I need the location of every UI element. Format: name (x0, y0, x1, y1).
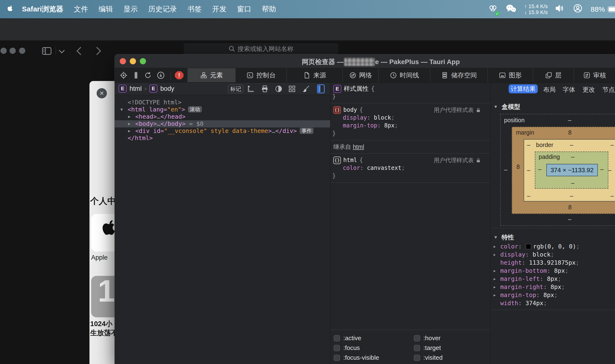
safari-zoom-button[interactable] (19, 48, 25, 54)
inspector-tab-storage[interactable]: 储存空间 (430, 68, 488, 82)
menu-item[interactable]: 书签 (187, 4, 202, 14)
tab-font[interactable]: 字体 (563, 86, 575, 94)
css-property[interactable]: display: block; (330, 114, 490, 122)
bm-position-top[interactable]: – (568, 117, 571, 124)
reload-icon[interactable] (144, 71, 152, 80)
mark-button[interactable]: 标记 (228, 85, 243, 93)
tab-computed[interactable]: 计算结果 (509, 84, 538, 93)
disclosure-right-icon[interactable]: ▶ (494, 243, 496, 251)
wechat-icon[interactable] (506, 4, 516, 14)
bm-padding-top[interactable]: – (571, 153, 574, 160)
contrast-icon[interactable] (275, 85, 283, 94)
disclosure-right-icon[interactable]: ▶ (494, 275, 496, 283)
color-swatch[interactable] (526, 244, 531, 249)
details-sidebar-toggle[interactable] (317, 84, 325, 93)
user-account-icon[interactable] (573, 4, 583, 15)
bm-position-left[interactable]: – (504, 166, 507, 173)
menu-item[interactable]: 开发 (212, 4, 226, 14)
page-close-button[interactable]: ✕ (97, 88, 107, 98)
inspector-tab-layers[interactable]: 层 (533, 68, 574, 82)
disclosure-down-icon[interactable]: ▼ (121, 106, 123, 113)
bm-border-left[interactable]: – (527, 167, 530, 174)
css-property[interactable]: margin-top: 8px; (330, 122, 490, 130)
network-speed-indicator[interactable]: ↑ 15.4 K/s ↓ 15.9 K/s (524, 3, 548, 15)
checkbox[interactable] (334, 335, 340, 341)
properties-section-header[interactable]: ▼ 特性 (494, 233, 514, 242)
back-button[interactable] (75, 46, 83, 57)
bm-border-top[interactable]: – (570, 142, 573, 148)
bm-border-bottom[interactable]: – (570, 193, 573, 199)
dom-row-badge[interactable]: 事件 (300, 128, 313, 134)
css-rule-selector[interactable]: {}body {用户代理样式表 (330, 106, 490, 114)
menu-item[interactable]: 帮助 (262, 4, 276, 14)
checkbox[interactable] (334, 355, 340, 361)
download-icon[interactable] (157, 71, 165, 80)
battery-percentage[interactable]: 88% (591, 5, 605, 13)
volume-icon[interactable] (555, 4, 565, 14)
proxy-app-icon[interactable]: ✓ (488, 4, 498, 15)
inspector-tab-timelines[interactable]: 时间线 (378, 68, 430, 82)
box-model-diagram[interactable]: position – – – margin 8 8 8 – border – –… (500, 114, 615, 226)
address-search-field[interactable]: 搜索或输入网站名称 (184, 43, 338, 54)
inspector-tab-network[interactable]: 网络 (343, 68, 378, 82)
safari-close-button[interactable] (0, 48, 7, 54)
inspector-titlebar[interactable]: 网页检查器 — e — PakePlus — Tauri App (115, 54, 615, 68)
zoom-button[interactable] (140, 58, 146, 64)
pseudo-class-hover[interactable]: :hover (411, 335, 491, 342)
forward-button[interactable] (95, 46, 102, 57)
bm-padding-right[interactable]: – (608, 167, 611, 174)
close-button[interactable] (120, 58, 126, 64)
element-picker-icon[interactable] (120, 71, 128, 80)
bm-border-bottomright[interactable]: – (611, 193, 614, 199)
checkbox[interactable] (414, 345, 420, 351)
computed-property-margin-left[interactable]: ▶margin-left: 8px; (491, 275, 615, 283)
box-model-section-header[interactable]: ▼ 盒模型 (494, 103, 520, 111)
bm-margin-top[interactable]: 8 (568, 129, 572, 136)
menu-item[interactable]: 显示 (123, 4, 138, 14)
computed-property-color[interactable]: ▶color: rgb(0, 0, 0); (491, 243, 615, 251)
bm-border-bottomleft[interactable]: – (527, 193, 530, 199)
disclosure-triangle-icon[interactable]: ▼ (494, 104, 498, 109)
dom-tree-row[interactable]: ▶<head>…</head> (115, 113, 330, 120)
tab-changes[interactable]: 更改 (583, 86, 595, 94)
chevron-down-icon[interactable] (59, 50, 65, 54)
checkbox[interactable] (414, 355, 420, 361)
disclosure-right-icon[interactable]: ▶ (494, 251, 496, 259)
apple-menu-icon[interactable] (6, 5, 13, 13)
disclosure-right-icon[interactable]: ▶ (128, 113, 130, 120)
breadcrumb-item-html[interactable]: html (129, 85, 142, 92)
computed-property-margin-bottom[interactable]: ▶margin-bottom: 8px; (491, 267, 615, 275)
breadcrumb-item-body[interactable]: body (160, 85, 174, 92)
bm-padding-left[interactable]: – (538, 166, 542, 173)
device-icon[interactable] (132, 71, 140, 80)
dom-tree-row[interactable]: </html> (115, 135, 330, 142)
menu-item[interactable]: 窗口 (237, 4, 251, 14)
bm-content-right[interactable]: – (600, 166, 603, 173)
computed-property-margin-top[interactable]: ▶margin-top: 8px; (491, 291, 615, 299)
bm-position-bottom[interactable]: – (568, 216, 571, 223)
issues-badge[interactable]: ! (175, 71, 183, 79)
bm-margin-bottom[interactable]: 8 (568, 204, 572, 211)
safari-minimize-button[interactable] (10, 48, 16, 54)
ruler-icon[interactable] (247, 85, 255, 94)
inspector-tab-sources[interactable]: 来源 (287, 68, 343, 82)
style-attribute-header[interactable]: E样式属性{ (330, 85, 490, 93)
pseudo-class-target[interactable]: :target (411, 344, 491, 351)
dom-tree-row[interactable]: <!DOCTYPE html> (115, 99, 330, 106)
dom-row-badge[interactable]: 滚动 (188, 106, 202, 112)
disclosure-triangle-icon[interactable]: ▼ (494, 235, 498, 240)
bm-padding-bottom[interactable]: – (571, 180, 574, 186)
computed-property-width[interactable]: width: 374px; (491, 299, 615, 307)
disclosure-right-icon[interactable]: ▶ (128, 128, 130, 135)
dom-tree-row[interactable]: ▶<div id="__vconsole" style data-theme>…… (115, 128, 330, 135)
inspector-tab-elements[interactable]: 元素 (187, 68, 235, 82)
bm-margin-left[interactable]: 8 (517, 163, 520, 170)
css-property[interactable]: color: canvastext; (330, 164, 490, 172)
menu-item[interactable]: 文件 (74, 4, 88, 14)
inspector-tab-graphics[interactable]: 图形 (488, 68, 533, 82)
computed-property-height[interactable]: height: 1133.921875px; (491, 259, 615, 267)
dom-tree-row[interactable]: ▶<body>…</body> = $0 (115, 120, 330, 128)
menu-item[interactable]: 编辑 (98, 4, 113, 14)
inspector-tab-console[interactable]: 控制台 (235, 68, 287, 82)
disclosure-right-icon[interactable]: ▶ (494, 283, 496, 291)
